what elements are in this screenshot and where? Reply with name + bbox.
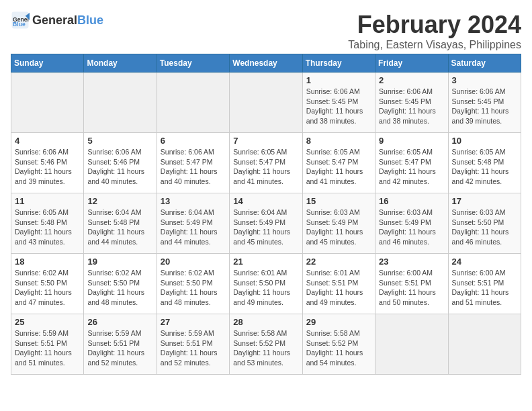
day-detail: Sunrise: 5:58 AMSunset: 5:52 PMDaylight:…	[233, 328, 298, 368]
calendar-cell: 2Sunrise: 6:06 AMSunset: 5:45 PMDaylight…	[375, 73, 448, 133]
calendar-cell	[11, 73, 84, 133]
day-header-thursday: Thursday	[302, 54, 375, 73]
location: Tabing, Eastern Visayas, Philippines	[348, 39, 521, 51]
calendar-cell: 29Sunrise: 5:58 AMSunset: 5:52 PMDayligh…	[302, 314, 375, 375]
day-detail: Sunrise: 6:05 AMSunset: 5:47 PMDaylight:…	[379, 147, 444, 187]
week-row-1: 4Sunrise: 6:06 AMSunset: 5:46 PMDaylight…	[11, 133, 521, 193]
day-detail: Sunrise: 5:59 AMSunset: 5:51 PMDaylight:…	[15, 328, 80, 368]
calendar-cell: 13Sunrise: 6:04 AMSunset: 5:49 PMDayligh…	[157, 193, 229, 254]
day-number: 26	[87, 317, 152, 327]
calendar-cell: 1Sunrise: 6:06 AMSunset: 5:45 PMDaylight…	[302, 73, 375, 133]
svg-text:Blue: Blue	[13, 21, 26, 28]
day-number: 2	[379, 75, 444, 85]
header: General Blue GeneralBlue February 2024 T…	[11, 11, 521, 51]
day-number: 23	[379, 257, 444, 267]
calendar-cell	[157, 73, 229, 133]
calendar-cell	[448, 314, 521, 375]
logo-icon: General Blue	[11, 11, 30, 30]
day-number: 10	[452, 136, 517, 146]
week-row-0: 1Sunrise: 6:06 AMSunset: 5:45 PMDaylight…	[11, 73, 521, 133]
day-number: 4	[15, 136, 80, 146]
calendar-cell: 23Sunrise: 6:00 AMSunset: 5:51 PMDayligh…	[375, 254, 448, 314]
day-number: 11	[15, 196, 80, 206]
day-header-sunday: Sunday	[11, 54, 84, 73]
calendar-cell: 25Sunrise: 5:59 AMSunset: 5:51 PMDayligh…	[11, 314, 84, 375]
calendar-cell: 26Sunrise: 5:59 AMSunset: 5:51 PMDayligh…	[84, 314, 157, 375]
day-detail: Sunrise: 5:59 AMSunset: 5:51 PMDaylight:…	[87, 328, 152, 368]
calendar-cell: 15Sunrise: 6:03 AMSunset: 5:49 PMDayligh…	[302, 193, 375, 254]
calendar-cell: 27Sunrise: 5:59 AMSunset: 5:51 PMDayligh…	[157, 314, 229, 375]
day-header-wednesday: Wednesday	[230, 54, 302, 73]
calendar-cell: 21Sunrise: 6:01 AMSunset: 5:50 PMDayligh…	[230, 254, 302, 314]
day-number: 6	[161, 136, 226, 146]
calendar-cell: 28Sunrise: 5:58 AMSunset: 5:52 PMDayligh…	[230, 314, 302, 375]
day-number: 22	[306, 257, 371, 267]
calendar-cell: 3Sunrise: 6:06 AMSunset: 5:45 PMDaylight…	[448, 73, 521, 133]
day-number: 24	[452, 257, 517, 267]
day-detail: Sunrise: 6:00 AMSunset: 5:51 PMDaylight:…	[379, 268, 444, 308]
day-detail: Sunrise: 6:02 AMSunset: 5:50 PMDaylight:…	[161, 268, 226, 308]
day-number: 20	[161, 257, 226, 267]
calendar-cell: 17Sunrise: 6:03 AMSunset: 5:50 PMDayligh…	[448, 193, 521, 254]
day-number: 13	[161, 196, 226, 206]
day-number: 7	[233, 136, 298, 146]
calendar-cell: 5Sunrise: 6:06 AMSunset: 5:46 PMDaylight…	[84, 133, 157, 193]
day-detail: Sunrise: 6:03 AMSunset: 5:49 PMDaylight:…	[306, 208, 371, 247]
day-number: 14	[233, 196, 298, 206]
day-detail: Sunrise: 6:06 AMSunset: 5:45 PMDaylight:…	[306, 87, 371, 126]
logo: General Blue GeneralBlue	[11, 11, 103, 30]
calendar-cell: 6Sunrise: 6:06 AMSunset: 5:47 PMDaylight…	[157, 133, 229, 193]
calendar-table: SundayMondayTuesdayWednesdayThursdayFrid…	[11, 54, 521, 375]
calendar-cell: 16Sunrise: 6:03 AMSunset: 5:49 PMDayligh…	[375, 193, 448, 254]
calendar-cell: 20Sunrise: 6:02 AMSunset: 5:50 PMDayligh…	[157, 254, 229, 314]
day-detail: Sunrise: 6:06 AMSunset: 5:46 PMDaylight:…	[87, 147, 152, 187]
calendar-cell	[230, 73, 302, 133]
day-detail: Sunrise: 6:05 AMSunset: 5:48 PMDaylight:…	[15, 208, 80, 247]
day-header-saturday: Saturday	[448, 54, 521, 73]
day-detail: Sunrise: 6:02 AMSunset: 5:50 PMDaylight:…	[87, 268, 152, 308]
day-number: 12	[87, 196, 152, 206]
day-detail: Sunrise: 6:06 AMSunset: 5:46 PMDaylight:…	[15, 147, 80, 187]
calendar-cell: 18Sunrise: 6:02 AMSunset: 5:50 PMDayligh…	[11, 254, 84, 314]
day-header-tuesday: Tuesday	[157, 54, 229, 73]
day-number: 27	[161, 317, 226, 327]
week-row-3: 18Sunrise: 6:02 AMSunset: 5:50 PMDayligh…	[11, 254, 521, 314]
day-headers-row: SundayMondayTuesdayWednesdayThursdayFrid…	[11, 54, 521, 73]
day-number: 25	[15, 317, 80, 327]
week-row-2: 11Sunrise: 6:05 AMSunset: 5:48 PMDayligh…	[11, 193, 521, 254]
day-detail: Sunrise: 6:05 AMSunset: 5:47 PMDaylight:…	[233, 147, 298, 187]
calendar-cell: 8Sunrise: 6:05 AMSunset: 5:47 PMDaylight…	[302, 133, 375, 193]
day-number: 21	[233, 257, 298, 267]
day-detail: Sunrise: 6:03 AMSunset: 5:49 PMDaylight:…	[379, 208, 444, 247]
day-number: 16	[379, 196, 444, 206]
logo-general-text: GeneralBlue	[32, 13, 103, 28]
calendar-cell: 11Sunrise: 6:05 AMSunset: 5:48 PMDayligh…	[11, 193, 84, 254]
day-detail: Sunrise: 6:01 AMSunset: 5:51 PMDaylight:…	[306, 268, 371, 308]
day-number: 18	[15, 257, 80, 267]
day-number: 8	[306, 136, 371, 146]
day-number: 5	[87, 136, 152, 146]
day-detail: Sunrise: 6:05 AMSunset: 5:47 PMDaylight:…	[306, 147, 371, 187]
day-detail: Sunrise: 5:59 AMSunset: 5:51 PMDaylight:…	[161, 328, 226, 368]
day-number: 1	[306, 75, 371, 85]
day-number: 15	[306, 196, 371, 206]
day-detail: Sunrise: 6:04 AMSunset: 5:49 PMDaylight:…	[161, 208, 226, 247]
day-detail: Sunrise: 6:01 AMSunset: 5:50 PMDaylight:…	[233, 268, 298, 308]
day-number: 28	[233, 317, 298, 327]
day-number: 19	[87, 257, 152, 267]
calendar-cell: 19Sunrise: 6:02 AMSunset: 5:50 PMDayligh…	[84, 254, 157, 314]
day-detail: Sunrise: 6:04 AMSunset: 5:48 PMDaylight:…	[87, 208, 152, 247]
day-detail: Sunrise: 6:02 AMSunset: 5:50 PMDaylight:…	[15, 268, 80, 308]
calendar-cell: 22Sunrise: 6:01 AMSunset: 5:51 PMDayligh…	[302, 254, 375, 314]
day-header-friday: Friday	[375, 54, 448, 73]
day-detail: Sunrise: 6:06 AMSunset: 5:45 PMDaylight:…	[379, 87, 444, 126]
day-number: 9	[379, 136, 444, 146]
day-header-monday: Monday	[84, 54, 157, 73]
day-detail: Sunrise: 6:00 AMSunset: 5:51 PMDaylight:…	[452, 268, 517, 308]
week-row-4: 25Sunrise: 5:59 AMSunset: 5:51 PMDayligh…	[11, 314, 521, 375]
calendar-cell: 9Sunrise: 6:05 AMSunset: 5:47 PMDaylight…	[375, 133, 448, 193]
calendar-header: SundayMondayTuesdayWednesdayThursdayFrid…	[11, 54, 521, 73]
month-year: February 2024	[348, 11, 521, 39]
calendar-cell: 4Sunrise: 6:06 AMSunset: 5:46 PMDaylight…	[11, 133, 84, 193]
day-detail: Sunrise: 6:04 AMSunset: 5:49 PMDaylight:…	[233, 208, 298, 247]
